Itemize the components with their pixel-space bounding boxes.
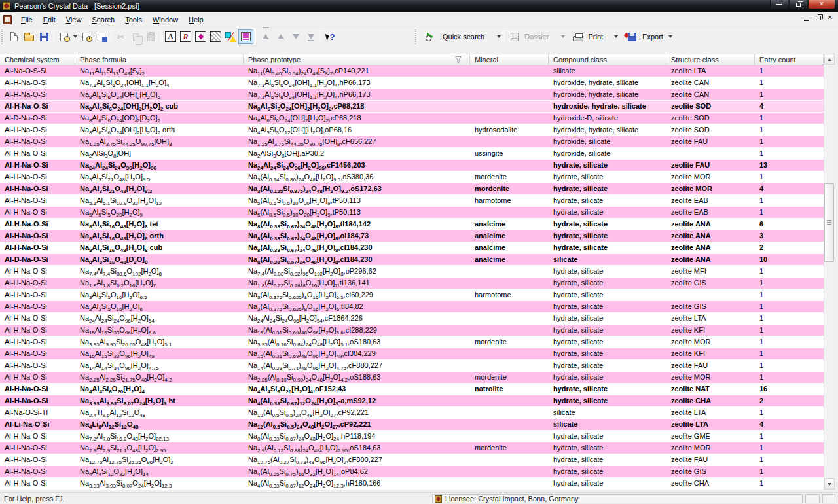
menu-window[interactable]: Window	[147, 13, 183, 26]
print-button[interactable]	[571, 29, 586, 44]
table-row[interactable]: Al-H-Na-O-SiNa1.25Al3.75Si44.25O90.75[OH…	[0, 136, 824, 148]
column-header-mineral[interactable]: Mineral	[470, 54, 549, 65]
menu-tools[interactable]: Tools	[120, 13, 147, 26]
table-row[interactable]: Al-Na-O-Si-TlNa2.4Tl9.6Al12Si12O48Na12(A…	[0, 407, 824, 419]
export-label[interactable]: Export	[642, 33, 663, 41]
cell-structure-class: zeolite SOD	[666, 124, 755, 135]
table-row[interactable]: Al-H-Na-O-SiNa2AlSi3O8[OH]Na2AlSi3O8[OH]…	[0, 148, 824, 160]
menu-view[interactable]: View	[61, 13, 87, 26]
menu-search[interactable]: Search	[86, 13, 120, 26]
column-header-entry-count[interactable]: Entry count	[755, 54, 824, 65]
table-row[interactable]: Al-D-Na-O-SiNa8Al6Si6O24[OD]2[D2O]2Na8Al…	[0, 113, 824, 124]
text-view-button[interactable]: A	[163, 29, 178, 44]
table-row[interactable]: Al-H-Na-O-SiNa15Al15Si33O96[H2O]5.6Na15(…	[0, 325, 824, 336]
table-row[interactable]: Al-H-Na-O-SiNa8Al6Si6O24[OH]2[H2O]2 orth…	[0, 124, 824, 136]
dossier-label[interactable]: Dossier	[524, 33, 549, 41]
table-row[interactable]: Al-H-Na-O-SiNa4Al4Si12O32[H2O]14Na4(Al0.…	[0, 466, 824, 478]
column-header-phase-formula[interactable]: Phase formula	[75, 54, 244, 65]
scroll-up-button[interactable]	[824, 54, 835, 65]
column-header-compound-class[interactable]: Compound class	[549, 54, 666, 65]
print-dropdown[interactable]	[612, 29, 619, 44]
cell-mineral: analcime	[470, 242, 549, 253]
cut-button[interactable]: ✂	[113, 29, 128, 44]
restore-session-button[interactable]	[56, 29, 71, 44]
table-row[interactable]: Al-D-Na-O-SiNa8Al8Si16O48[D2O]8Na8(Al0.3…	[0, 254, 824, 266]
mdi-close-button[interactable]: ✕	[828, 14, 833, 21]
copy-button[interactable]	[128, 29, 143, 44]
minimize-button[interactable]	[770, 0, 788, 9]
menu-edit[interactable]: Edit	[38, 13, 61, 26]
toolbar-gripper[interactable]	[415, 29, 418, 44]
context-help-button[interactable]: ?	[323, 29, 338, 44]
toolbar-gripper[interactable]	[1, 29, 5, 44]
dossier-dropdown[interactable]	[560, 29, 567, 44]
filter-funnel-icon[interactable]	[455, 56, 462, 65]
paste-button[interactable]	[143, 29, 158, 44]
export-dropdown[interactable]	[667, 29, 674, 44]
table-row[interactable]: Al-H-Na-O-SiNa8Al8Si16O48[H2O]8 tetNa8(A…	[0, 219, 824, 230]
store-session-button[interactable]	[79, 29, 94, 44]
table-row[interactable]: Al-H-Na-O-SiNa4Al4Si6O20[H2O]4Na4Al4Si6O…	[0, 384, 824, 395]
table-row[interactable]: Al-H-Na-O-SiNa14Al14Si34O96[H2O]4.75Na14…	[0, 360, 824, 372]
close-button[interactable]: ✕	[808, 0, 835, 9]
previous-entry-button[interactable]	[273, 29, 288, 44]
quick-search-dropdown[interactable]	[495, 29, 502, 44]
mdi-minimize-button[interactable]	[804, 20, 809, 21]
table-row[interactable]: Al-H-Na-O-SiNa3Al3Si5O16[H2O]6.5Na3(Al0.…	[0, 289, 824, 301]
column-header-phase-prototype[interactable]: Phase prototype	[244, 54, 470, 65]
mdi-restore-button[interactable]	[816, 16, 821, 20]
table-row[interactable]: Al-H-Na-O-SiNa7.8Al7.8Si16.2O48[H2O]22.1…	[0, 431, 824, 442]
menu-file[interactable]: File	[16, 13, 38, 26]
column-header-structure-class[interactable]: Structure class	[666, 54, 755, 65]
vertical-scrollbar[interactable]	[824, 54, 835, 490]
table-row[interactable]: Al-Li-Na-O-SiNa4Li8Al12Si12O48Na12(Al0.5…	[0, 419, 824, 431]
diffraction-view-button[interactable]	[208, 29, 223, 44]
open-button[interactable]	[22, 29, 37, 44]
save-button[interactable]	[37, 29, 52, 44]
quick-search-label[interactable]: Quick search	[443, 33, 484, 41]
last-entry-button[interactable]	[303, 29, 318, 44]
table-row[interactable]: Al-H-Na-O-SiNa3Al3Si5O16[H2O]6Na3(Al0.37…	[0, 301, 824, 313]
menu-help[interactable]: Help	[183, 13, 209, 26]
table-row[interactable]: Al-H-Na-O-SiNa12.75Al12.75Si35.25O96[H2O…	[0, 454, 824, 466]
column-header-chemical-system[interactable]: Chemical system	[0, 54, 75, 65]
table-row[interactable]: Al-H-Na-O-SiNa7.4Al7.4Si88.6O192[H2O]8Na…	[0, 266, 824, 278]
table-row[interactable]: Al-H-Na-O-SiNa3Al3Si21O48[H2O]9.5Na3(Al0…	[0, 171, 824, 183]
table-row[interactable]: Al-H-Na-O-SiNa24Al24Si24O96[H2O]96Na24Al…	[0, 160, 824, 171]
table-row[interactable]: Al-H-Na-O-SiNa15Al15Si33O96[H2O]49Na15(A…	[0, 348, 824, 360]
maximize-restore-button[interactable]	[789, 0, 807, 9]
quick-search-button[interactable]	[420, 29, 440, 44]
scrollbar-thumb[interactable]	[824, 183, 834, 262]
save-session-as-button[interactable]	[94, 29, 109, 44]
export-button[interactable]	[625, 29, 640, 44]
next-entry-button[interactable]	[288, 29, 303, 44]
distribution-view-button[interactable]	[223, 29, 238, 44]
reference-view-button[interactable]: R	[178, 29, 193, 44]
table-row[interactable]: Al-H-Na-O-SiNa8Al8Si16O48[H2O]8 cubNa8(A…	[0, 242, 824, 254]
table-row[interactable]: Al-Na-O-S-SiNa11Al11Si13O48[S8]2Na11(Al0…	[0, 65, 824, 77]
table-row[interactable]: Al-H-Na-O-SiNa8Al6Si6O24[OH]2[H2O]2 cubN…	[0, 101, 824, 113]
table-row[interactable]: Al-H-Na-O-SiNa8Al6Si6O24[OH]2[H2O]5Na7.1…	[0, 89, 824, 101]
table-row[interactable]: Al-H-Na-O-SiNa8Al8Si16O48[H2O]8 orthNa8(…	[0, 230, 824, 242]
table-row[interactable]: Al-H-Na-O-SiNa3.95Al3.95Si20.05O48[H2O]5…	[0, 336, 824, 348]
table-row[interactable]: Al-H-Na-O-SiNa3.93Al3.93Si8.07O24[H2O]3 …	[0, 395, 824, 407]
first-entry-button[interactable]	[258, 29, 273, 44]
restore-session-dropdown[interactable]	[71, 29, 79, 44]
table-row[interactable]: Al-H-Na-O-SiNa2.25Al2.25Si21.75O48[H2O]4…	[0, 372, 824, 384]
new-button[interactable]	[7, 29, 22, 44]
scrollbar-track[interactable]	[824, 65, 835, 478]
dossier-button[interactable]	[507, 29, 522, 44]
table-row[interactable]: Al-H-Na-O-SiNa3Al3Si21O48[H2O]9.2Na3(Al0…	[0, 183, 824, 195]
table-row[interactable]: Al-H-Na-O-SiNa3.93Al3.93Si8.07O24[H2O]12…	[0, 478, 824, 490]
table-row[interactable]: Al-H-Na-O-SiNa1.8Al1.8Si6.2O16[H2O]7Na1.…	[0, 278, 824, 289]
print-label[interactable]: Print	[589, 33, 604, 41]
structure-view-button[interactable]	[193, 29, 208, 44]
table-row[interactable]: Al-H-Na-O-SiNa5.1Al5.1Si10.9O32[H2O]12Na…	[0, 195, 824, 207]
cell-chemical-system: Al-H-Na-O-Si	[0, 478, 75, 489]
list-view-button[interactable]	[238, 29, 253, 44]
table-row[interactable]: Al-H-Na-O-SiNa24Al24Si24O96[H2O]54Na24Al…	[0, 313, 824, 325]
table-row[interactable]: Al-H-Na-O-SiNa7.1Al6Si6O24[OH]1.1[H2O]4N…	[0, 77, 824, 89]
scroll-down-button[interactable]	[824, 478, 835, 490]
table-row[interactable]: Al-H-Na-O-SiNa2.9Al2.9Si21.1O48[H2O]2.95…	[0, 442, 824, 454]
table-row[interactable]: Al-H-Na-O-SiNa5Al5Si5O20[H2O]9Na5(Al0.5S…	[0, 207, 824, 219]
